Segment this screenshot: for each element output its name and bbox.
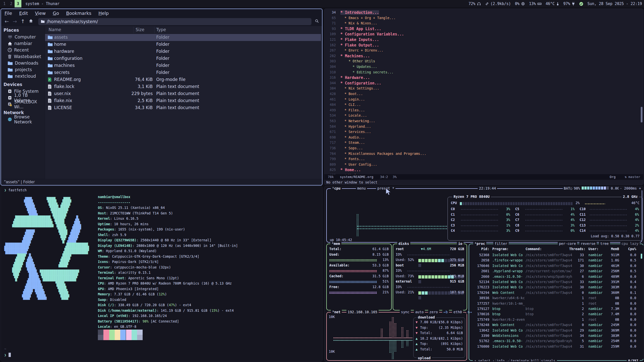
emacs-org-buffer[interactable]: 34* Introduction...65* Emacs + Org + Tan… (324, 9, 643, 174)
tree-toggle[interactable]: tree (599, 242, 610, 246)
legend-item[interactable]: signals (541, 359, 555, 361)
proc-row-179127[interactable]: 179127btopbtop2nambiar7.3M0.0 (469, 307, 643, 312)
net-option-zero[interactable]: zero (428, 310, 439, 314)
proc-row-2601[interactable]: 2601.Hyprland-wrapp/run/current-system/s… (469, 269, 643, 275)
proc-row-2658[interactable]: 2658.firefox-wrappe/nix/store/sm8fnrf3wp… (469, 258, 643, 264)
color-swatch (103, 330, 109, 335)
org-heading: * Files... (344, 108, 365, 112)
file-row-user.nix[interactable]: user.nix229 bytesPlain text document (45, 90, 321, 97)
menubar-item-edit[interactable]: Edit (19, 11, 28, 16)
file-row-secrets[interactable]: secretsFolder (45, 69, 321, 76)
column-header-name[interactable]: Name (49, 27, 61, 32)
status-module-7[interactable]: Sun, 28 Sep 2025 - 22:19 (587, 2, 642, 6)
menubar-item-file[interactable]: File (5, 11, 12, 16)
legend-item[interactable]: terminate (511, 359, 529, 361)
filter-button[interactable]: filter (493, 242, 509, 246)
shell-prompt-line: ❯ fastfetch (4, 188, 27, 192)
net-option-sync[interactable]: sync (400, 310, 411, 314)
sidebar-item-wastebasket[interactable]: Wastebasket (1, 53, 45, 60)
per-core-toggle[interactable]: per-core (558, 242, 577, 246)
reverse-toggle[interactable]: reverse (579, 242, 597, 246)
workspace-1[interactable]: 1 (1, 0, 8, 8)
terminal-window[interactable]: ❯ fastfetch ▗▄▄▄ ▗▄▄▄▄ ▄▄▄▖ ▜███▙ ▜███▙ … (1, 186, 323, 361)
sidebar-item-smallbox-wi-[interactable]: SMALLBOX Wi... (1, 101, 45, 108)
file-row-flake.nix[interactable]: flake.nix2,5 KiBPlain text document (45, 97, 321, 104)
net-option-auto[interactable]: auto (414, 310, 425, 314)
file-row-flake.lock[interactable]: flake.lock3,1 KiBPlain text document (45, 83, 321, 90)
net-option-eth0[interactable]: eth0 (452, 310, 463, 314)
menubar-item-go[interactable]: Go (53, 11, 59, 16)
net-option-b[interactable]: ←b (442, 310, 449, 314)
file-row-home[interactable]: homeFolder (45, 41, 321, 48)
legend-item[interactable]: kill (531, 359, 539, 361)
menubar-item-bookmarks[interactable]: Bookmarks (66, 11, 92, 16)
forward-button[interactable]: → (11, 18, 19, 25)
proc-row-177257[interactable]: 177257kworker/10:1-mm_1root0B0.0 (469, 302, 643, 307)
status-module-6[interactable] (579, 2, 583, 6)
net-stat-arrow: ▲ (416, 347, 420, 351)
proc-row-51762[interactable]: 51762.emacs-31.0.50-/nix/store/wnqz5pa8r… (469, 339, 643, 344)
sidebar-item-projects[interactable]: projects (1, 66, 45, 73)
proc-row-13642[interactable]: 13642Isolated Web Co/nix/store/sm8fnrf3w… (469, 329, 643, 334)
workspace-3[interactable]: 3 (15, 0, 21, 8)
proc-row-52368[interactable]: 52368Isolated Web Co/nix/store/sm8fnrf3w… (469, 253, 643, 258)
home-button[interactable] (27, 18, 35, 25)
sidebar-item-nextcloud[interactable]: nextcloud (1, 73, 45, 79)
sidebar-item-computer[interactable]: Computer (1, 34, 45, 40)
emacs-scrollbar[interactable] (641, 107, 642, 122)
proc-header-command: Command: (526, 247, 542, 251)
path-bar[interactable]: /home/nambiar/system/ (38, 18, 311, 25)
status-module-2[interactable]: 0% (515, 2, 525, 6)
workspace-2[interactable]: 2 (8, 0, 15, 8)
legend-item[interactable]: ↑ select ↓ (474, 359, 495, 361)
status-module-3[interactable]: 13% (529, 2, 542, 6)
btop-window[interactable]: ¹cpumenupreset *22:19:44BAT○98%0.00W- 20… (324, 186, 643, 361)
column-header-type[interactable]: Type (156, 27, 166, 32)
status-module-5[interactable]: 97% (563, 2, 575, 6)
shell-prompt[interactable]: ❯ (4, 353, 11, 357)
proc-row-2660[interactable]: 2660.emacs-31.0.50-/nix/store/wnqz5pa8ra… (469, 275, 643, 280)
proc-row-178294[interactable]: 178294Web Content/nix/store/sm8fnrf3wps4… (469, 291, 643, 296)
proc-row-52134[interactable]: 52134Isolated Web Co/nix/store/sm8fnrf3w… (469, 280, 643, 285)
back-button[interactable]: ← (3, 18, 11, 25)
sidebar-item-downloads[interactable]: Downloads (1, 60, 45, 66)
core-label: C0 (451, 207, 455, 211)
proc-row-176646[interactable]: 176646Isolated Web Co/nix/store/sm8fnrf3… (469, 264, 643, 269)
menu-button[interactable]: menu (356, 186, 367, 190)
up-button[interactable]: ↑ (19, 18, 27, 25)
sidebar-item-recent[interactable]: Recent (1, 47, 45, 53)
file-row-LICENSE[interactable]: LICENSE34,3 KiBPlain text document (45, 104, 321, 111)
file-row-README.org[interactable]: README.org76,4 KiBOrg-mode file (45, 76, 321, 83)
proc-row-176000[interactable]: 176000Isolated Web Co/nix/store/sm8fnrf3… (469, 345, 643, 350)
proc-pid: 179127 (477, 307, 489, 311)
proc-row-3390[interactable]: 3390WebExtensions/nix/store/sm8fnrf3wps4… (469, 334, 643, 339)
file-row-hardware[interactable]: hardwareFolder (45, 48, 321, 55)
sidebar-item-nambiar[interactable]: nambiar (1, 40, 45, 47)
search-button[interactable] (313, 18, 320, 25)
buffer-name: system/README.org (340, 175, 373, 179)
proc-row-178616[interactable]: 178616btopbtop2nambiar7.4M0.0 (469, 312, 643, 318)
file-row-assets[interactable]: assetsFolder (45, 34, 321, 41)
emacs-window[interactable]: 34* Introduction...65* Emacs + Org + Tan… (324, 9, 643, 185)
file-row-configuration[interactable]: configurationFolder (45, 55, 321, 62)
sidebar-item-browse-network[interactable]: Browse Network (1, 116, 45, 123)
proc-user: nambiar (588, 280, 602, 284)
core-percent: 3% (500, 229, 510, 233)
menubar-item-view[interactable]: View (35, 11, 46, 16)
proc-scrollbar[interactable] (641, 254, 642, 259)
menubar-item-help[interactable]: Help (98, 11, 109, 16)
legend-item[interactable]: info ↵ (497, 359, 509, 361)
status-module-0[interactable]: 72% (469, 2, 481, 6)
proc-row-178248[interactable]: 178248Web Content/nix/store/sm8fnrf3wps4… (469, 323, 643, 328)
org-line-71: 71* Nix & Nixos... (324, 21, 643, 27)
column-header-size[interactable]: Size (136, 27, 144, 32)
update-interval-control[interactable]: - 2000ms + (619, 186, 642, 190)
status-module-4[interactable]: 46°C (546, 2, 559, 6)
status-module-1[interactable]: (2.9kb/s) (485, 2, 511, 6)
file-type: Folder (156, 56, 170, 61)
proc-row-176223[interactable]: 176223Isolated Web Co/nix/store/sm8fnrf3… (469, 285, 643, 291)
file-row-machines[interactable]: machinesFolder (45, 62, 321, 69)
proc-row-175749[interactable]: 175749kworker/6:2-even1root0B0.0 (469, 318, 643, 323)
proc-row-38936[interactable]: 38936kworker/u64:6-kc1root0B0.0 (469, 296, 643, 301)
net-stat-value: 50.0 MiB (447, 347, 463, 351)
